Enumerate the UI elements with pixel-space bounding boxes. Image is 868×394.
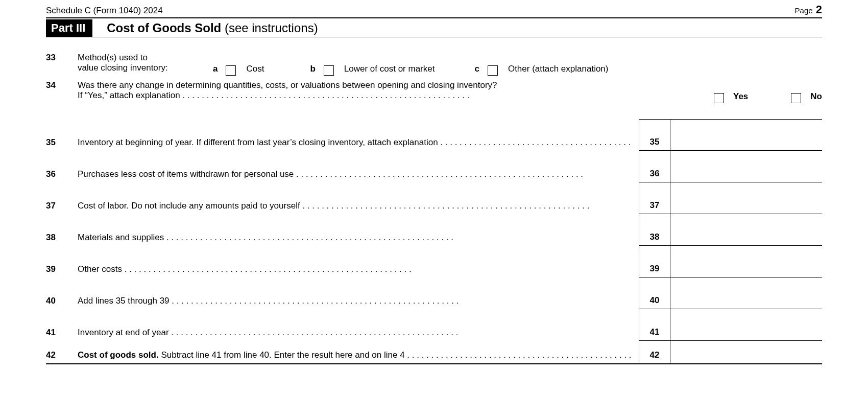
part-badge: Part III: [46, 19, 92, 37]
line-37-box: 37: [639, 182, 670, 214]
line-42-input[interactable]: [673, 349, 819, 360]
line-35-box: 35: [639, 119, 670, 151]
line-40-num: 40: [46, 277, 78, 309]
line-37-input[interactable]: [673, 199, 819, 211]
line-34-text: Was there any change in determining quan…: [78, 80, 714, 102]
line-41-num: 41: [46, 309, 78, 341]
line-39: 39 Other costs 39: [46, 246, 822, 277]
line-40-desc: Add lines 35 through 39: [78, 277, 639, 309]
line-35-num: 35: [46, 119, 78, 151]
top-bar: Schedule C (Form 1040) 2024 Page 2: [46, 0, 822, 18]
line-39-input[interactable]: [673, 263, 819, 274]
page: Schedule C (Form 1040) 2024 Page 2 Part …: [0, 0, 868, 364]
line-38: 38 Materials and supplies 38: [46, 214, 822, 246]
yes-label: Yes: [733, 91, 748, 102]
line-36-desc: Purchases less cost of items withdrawn f…: [78, 151, 639, 182]
option-b-label: b: [310, 64, 315, 74]
line-38-desc: Materials and supplies: [78, 214, 639, 246]
line-42-desc: Cost of goods sold. Subtract line 41 fro…: [78, 341, 639, 363]
no-label: No: [810, 91, 822, 102]
line-34: 34 Was there any change in determining q…: [46, 80, 822, 102]
line-36-box: 36: [639, 151, 670, 182]
line-41: 41 Inventory at end of year 41: [46, 309, 822, 341]
line-42-num: 42: [46, 341, 78, 363]
line-40-amount: [670, 277, 822, 309]
line-42-amount: [670, 340, 822, 363]
checkbox-lower[interactable]: [324, 65, 334, 76]
line-37: 37 Cost of labor. Do not include any amo…: [46, 182, 822, 214]
line-34-num: 34: [46, 80, 78, 102]
line-33-num: 33: [46, 53, 78, 63]
line-41-desc: Inventory at end of year: [78, 309, 639, 341]
line-33-desc: Method(s) used to value closing inventor…: [78, 53, 213, 73]
option-a-text: Cost: [246, 64, 264, 74]
line-33: 33 Method(s) used to value closing inven…: [46, 53, 822, 74]
line-38-num: 38: [46, 214, 78, 246]
line-36: 36 Purchases less cost of items withdraw…: [46, 151, 822, 182]
checkbox-cost[interactable]: [226, 65, 236, 76]
line-39-amount: [670, 246, 822, 277]
line-37-desc: Cost of labor. Do not include any amount…: [78, 182, 639, 214]
line-42-box: 42: [639, 340, 670, 363]
line-37-num: 37: [46, 182, 78, 214]
line-39-box: 39: [639, 246, 670, 277]
part-header: Part III Cost of Goods Sold (see instruc…: [46, 19, 822, 37]
line-35: 35 Inventory at beginning of year. If di…: [46, 119, 822, 151]
line-38-amount: [670, 214, 822, 246]
line-33-options: a Cost b Lower of cost or market c Other…: [213, 53, 608, 74]
section-body: 33 Method(s) used to value closing inven…: [46, 53, 822, 364]
line-39-num: 39: [46, 246, 78, 277]
line-35-desc: Inventory at beginning of year. If diffe…: [78, 119, 639, 151]
page-indicator: Page 2: [795, 3, 822, 16]
checkbox-yes[interactable]: [714, 93, 724, 103]
line-41-input[interactable]: [673, 326, 819, 337]
line-39-desc: Other costs: [78, 246, 639, 277]
line-38-box: 38: [639, 214, 670, 246]
cogs-table: 35 Inventory at beginning of year. If di…: [46, 119, 822, 364]
checkbox-no[interactable]: [791, 93, 801, 103]
option-c-text: Other (attach explanation): [508, 64, 609, 74]
line-40: 40 Add lines 35 through 39 40: [46, 277, 822, 309]
option-b-text: Lower of cost or market: [344, 64, 435, 74]
line-38-input[interactable]: [673, 231, 819, 242]
option-a-label: a: [213, 64, 218, 74]
line-41-amount: [670, 309, 822, 341]
option-c-label: c: [474, 64, 479, 74]
line-36-input[interactable]: [673, 168, 819, 179]
line-35-amount: [670, 119, 822, 151]
line-41-box: 41: [639, 309, 670, 341]
line-36-amount: [670, 151, 822, 182]
line-37-amount: [670, 182, 822, 214]
line-35-input[interactable]: [673, 136, 819, 147]
line-34-yesno: Yes No: [714, 80, 822, 102]
line-40-box: 40: [639, 277, 670, 309]
line-36-num: 36: [46, 151, 78, 182]
form-title: Schedule C (Form 1040) 2024: [46, 6, 163, 16]
part-title: Cost of Goods Sold (see instructions): [107, 21, 318, 35]
line-42: 42 Cost of goods sold. Subtract line 41 …: [46, 341, 822, 363]
checkbox-other[interactable]: [488, 65, 498, 76]
line-40-input[interactable]: [673, 294, 819, 306]
